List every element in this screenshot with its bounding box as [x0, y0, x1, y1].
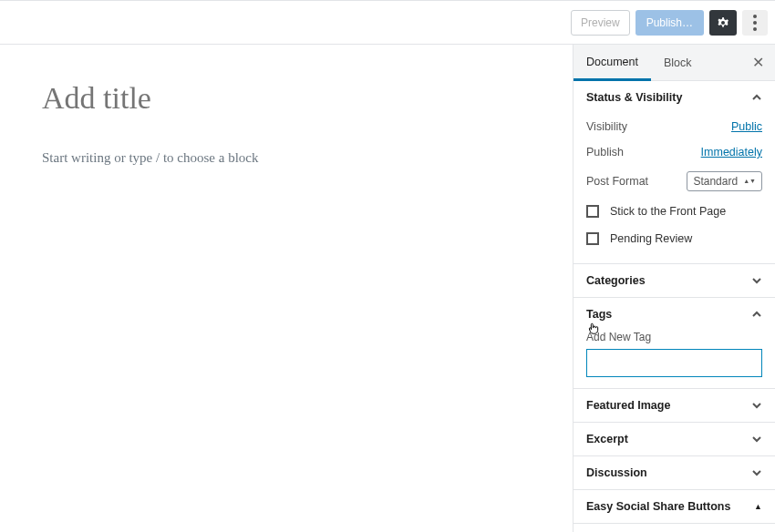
sidebar-tabs: Document Block ✕: [574, 45, 775, 81]
panel-social-share: Easy Social Share Buttons ▲: [574, 490, 775, 524]
publish-label: Publish: [586, 146, 624, 159]
panel-header-tags[interactable]: Tags: [574, 298, 775, 331]
panel-title: Categories: [586, 274, 646, 287]
post-format-select[interactable]: Standard ▲▼: [687, 171, 762, 191]
add-tag-label: Add New Tag: [586, 331, 762, 343]
panel-header-social[interactable]: Easy Social Share Buttons ▲: [574, 490, 775, 523]
svg-point-2: [753, 27, 757, 31]
panel-title: Excerpt: [586, 433, 628, 445]
settings-button[interactable]: [709, 10, 737, 36]
close-icon: ✕: [752, 55, 764, 70]
panel-discussion: Discussion: [574, 456, 775, 490]
chevron-down-icon: [751, 467, 762, 478]
svg-point-0: [753, 15, 757, 18]
editor-canvas: Start writing or type / to choose a bloc…: [0, 45, 573, 532]
chevron-up-icon: [751, 309, 762, 320]
preview-button[interactable]: Preview: [571, 10, 630, 36]
more-menu-button[interactable]: [742, 10, 768, 36]
publish-value-link[interactable]: Immediately: [701, 146, 762, 159]
select-arrows-icon: ▲▼: [743, 179, 756, 184]
tab-document[interactable]: Document: [574, 45, 651, 81]
visibility-label: Visibility: [586, 120, 627, 133]
stick-front-page-label: Stick to the Front Page: [610, 205, 726, 218]
chevron-down-icon: [751, 434, 762, 445]
panel-header-status[interactable]: Status & Visibility: [574, 81, 775, 114]
panel-header-excerpt[interactable]: Excerpt: [574, 423, 775, 455]
gear-icon: [716, 15, 730, 30]
more-vertical-icon: [753, 15, 757, 31]
visibility-value-link[interactable]: Public: [731, 120, 762, 133]
close-sidebar-button[interactable]: ✕: [741, 54, 775, 71]
post-body-placeholder[interactable]: Start writing or type / to choose a bloc…: [42, 150, 531, 166]
stick-front-page-checkbox[interactable]: [586, 205, 599, 218]
tab-block[interactable]: Block: [651, 45, 705, 81]
pending-review-label: Pending Review: [610, 232, 692, 245]
panel-header-featured[interactable]: Featured Image: [574, 389, 775, 422]
panel-title: Tags: [586, 308, 612, 321]
publish-button[interactable]: Publish…: [636, 10, 704, 36]
add-tag-input[interactable]: [586, 349, 762, 377]
pending-review-checkbox[interactable]: [586, 232, 599, 245]
panel-categories: Categories: [574, 264, 775, 298]
panel-title: Easy Social Share Buttons: [586, 500, 730, 513]
chevron-up-icon: [751, 92, 762, 103]
panel-tags: Tags Add New Tag: [574, 298, 775, 389]
top-toolbar: Preview Publish…: [0, 0, 775, 45]
chevron-down-icon: [751, 400, 762, 411]
settings-sidebar: Document Block ✕ Status & Visibility Vis…: [573, 45, 775, 532]
panel-featured-image: Featured Image: [574, 389, 775, 423]
panel-title: Status & Visibility: [586, 91, 682, 104]
panel-excerpt: Excerpt: [574, 423, 775, 456]
panel-status-visibility: Status & Visibility Visibility Public Pu…: [574, 81, 775, 264]
svg-point-1: [753, 21, 757, 25]
panel-title: Featured Image: [586, 399, 670, 412]
post-title-input[interactable]: [42, 81, 531, 116]
panel-title: Discussion: [586, 466, 647, 479]
chevron-down-icon: [751, 275, 762, 286]
caret-up-icon: ▲: [754, 502, 762, 511]
panel-header-discussion[interactable]: Discussion: [574, 456, 775, 489]
post-format-label: Post Format: [586, 175, 648, 188]
panel-header-categories[interactable]: Categories: [574, 264, 775, 297]
